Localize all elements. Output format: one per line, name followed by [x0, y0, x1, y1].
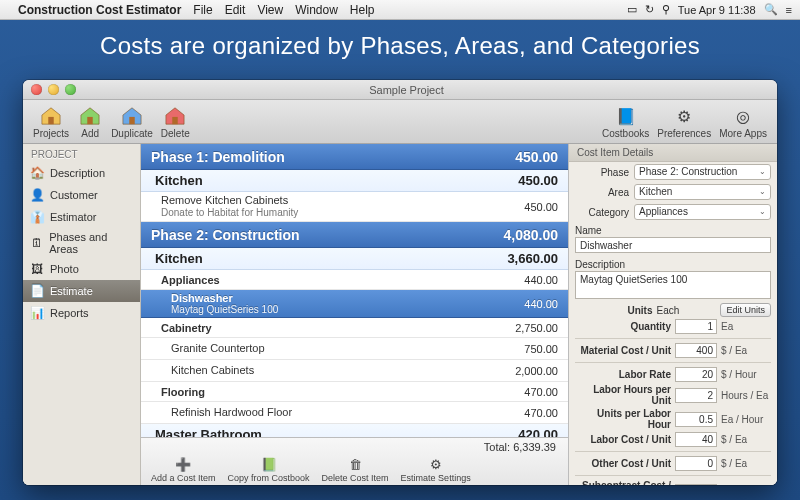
labor-cost-label: Labor Cost / Unit	[575, 434, 671, 445]
preferences-icon: ⚙	[671, 104, 697, 128]
toolbar-label: Delete	[161, 128, 190, 139]
sidebar-item-label: Photo	[50, 263, 79, 275]
list-footer: Total: 6,339.39 ➕Add a Cost Item📗Copy fr…	[141, 437, 568, 485]
sidebar-item-reports[interactable]: 📊Reports	[23, 302, 140, 324]
labor-cost-input[interactable]: 40	[675, 432, 717, 447]
menu-window[interactable]: Window	[295, 3, 338, 17]
toolbar-costbooks-button[interactable]: 📘Costbooks	[602, 104, 649, 139]
row-amount: 750.00	[478, 343, 558, 355]
name-input[interactable]: Dishwasher	[575, 237, 771, 253]
sidebar-item-label: Phases and Areas	[49, 231, 134, 255]
menu-file[interactable]: File	[193, 3, 212, 17]
copycost-button[interactable]: 📗Copy from Costbook	[224, 455, 314, 483]
sidebar-item-label: Estimator	[50, 211, 96, 223]
estimate-row[interactable]: Phase 1: Demolition450.00	[141, 144, 568, 170]
units-per-hour-input[interactable]: 0.5	[675, 412, 717, 427]
svg-rect-3	[173, 117, 178, 124]
row-label: DishwasherMaytag QuietSeries 100	[171, 292, 478, 315]
units-select[interactable]: Each	[656, 305, 716, 316]
details-header: Cost Item Details	[569, 144, 777, 162]
toolbar-projects-button[interactable]: Projects	[33, 104, 69, 139]
labor-cost-unit: $ / Ea	[721, 434, 771, 445]
toolbar-delete-button[interactable]: Delete	[161, 104, 190, 139]
costbooks-icon: 📘	[613, 104, 639, 128]
menu-edit[interactable]: Edit	[225, 3, 246, 17]
sub-cost-input[interactable]: 0	[675, 484, 717, 486]
row-label: Appliances	[161, 274, 478, 286]
house-icon	[119, 104, 145, 128]
units-per-hour-label: Units per Labor Hour	[575, 408, 671, 430]
addcost-button[interactable]: ➕Add a Cost Item	[147, 455, 220, 483]
row-amount: 3,660.00	[478, 251, 558, 266]
sidebar-item-label: Estimate	[50, 285, 93, 297]
toolbar-moreapps-button[interactable]: ◎More Apps	[719, 104, 767, 139]
window-title: Sample Project	[76, 84, 777, 96]
airplay-icon[interactable]: ▭	[627, 3, 637, 16]
estimate-row[interactable]: DishwasherMaytag QuietSeries 100440.00	[141, 290, 568, 318]
estimate-row[interactable]: Granite Countertop750.00	[141, 338, 568, 360]
toolbar-preferences-button[interactable]: ⚙Preferences	[657, 104, 711, 139]
phase-select[interactable]: Phase 2: Construction	[634, 164, 771, 180]
sidebar-item-estimate[interactable]: 📄Estimate	[23, 280, 140, 302]
sidebar-group-label: PROJECT	[23, 146, 140, 162]
description-input[interactable]: Maytag QuietSeries 100	[575, 271, 771, 299]
minimize-traffic-light[interactable]	[48, 84, 59, 95]
deletecost-button[interactable]: 🗑Delete Cost Item	[318, 455, 393, 483]
estsettings-button[interactable]: ⚙Estimate Settings	[397, 455, 475, 483]
sub-cost-label: Subcontract Cost / Unit	[575, 480, 671, 485]
quantity-input[interactable]: 1	[675, 319, 717, 334]
estimate-row[interactable]: Kitchen3,660.00	[141, 248, 568, 270]
row-label: Master Bathroom	[155, 427, 478, 437]
project-window: Sample Project ProjectsAddDuplicateDelet…	[23, 80, 777, 485]
row-label: Kitchen	[155, 251, 478, 266]
estimate-row[interactable]: Kitchen450.00	[141, 170, 568, 192]
row-amount: 440.00	[478, 274, 558, 286]
house-icon	[162, 104, 188, 128]
estimate-icon: 📄	[29, 283, 45, 299]
row-label: Kitchen	[155, 173, 478, 188]
footer-btn-label: Estimate Settings	[401, 473, 471, 483]
sidebar-item-estimator[interactable]: 👔Estimator	[23, 206, 140, 228]
sidebar-item-description[interactable]: 🏠Description	[23, 162, 140, 184]
app-name[interactable]: Construction Cost Estimator	[18, 3, 181, 17]
material-cost-label: Material Cost / Unit	[575, 345, 671, 356]
category-select[interactable]: Appliances	[634, 204, 771, 220]
estimate-row[interactable]: Master Bathroom420.00	[141, 424, 568, 437]
estimate-row[interactable]: Refinish Hardwood Floor470.00	[141, 402, 568, 424]
toolbar-add-button[interactable]: Add	[77, 104, 103, 139]
row-label: Flooring	[161, 386, 478, 398]
estimate-row[interactable]: Kitchen Cabinets2,000.00	[141, 360, 568, 382]
labor-rate-input[interactable]: 20	[675, 367, 717, 382]
notifications-icon[interactable]: ≡	[786, 4, 792, 16]
estimate-row[interactable]: Phase 2: Construction4,080.00	[141, 222, 568, 248]
estimate-row[interactable]: Flooring470.00	[141, 382, 568, 402]
area-select[interactable]: Kitchen	[634, 184, 771, 200]
sidebar-item-customer[interactable]: 👤Customer	[23, 184, 140, 206]
deletecost-icon: 🗑	[344, 455, 366, 473]
menu-view[interactable]: View	[257, 3, 283, 17]
estimator-icon: 👔	[29, 209, 45, 225]
other-cost-input[interactable]: 0	[675, 456, 717, 471]
toolbar-duplicate-button[interactable]: Duplicate	[111, 104, 153, 139]
sidebar-item-label: Customer	[50, 189, 98, 201]
row-label: Cabinetry	[161, 322, 478, 334]
other-cost-unit: $ / Ea	[721, 458, 771, 469]
estimate-row[interactable]: Appliances440.00	[141, 270, 568, 290]
row-amount: 450.00	[478, 149, 558, 165]
sidebar-item-phases[interactable]: 🗓Phases and Areas	[23, 228, 140, 258]
row-amount: 470.00	[478, 386, 558, 398]
status-tray: ▭ ↻ ⚲ Tue Apr 9 11:38 🔍 ≡	[627, 3, 792, 16]
spotlight-icon[interactable]: 🔍	[764, 3, 778, 16]
menu-help[interactable]: Help	[350, 3, 375, 17]
edit-units-button[interactable]: Edit Units	[720, 303, 771, 317]
estimate-row[interactable]: Remove Kitchen CabinetsDonate to Habitat…	[141, 192, 568, 222]
estimate-row[interactable]: Cabinetry2,750.00	[141, 318, 568, 338]
sidebar-item-photo[interactable]: 🖼Photo	[23, 258, 140, 280]
close-traffic-light[interactable]	[31, 84, 42, 95]
material-cost-input[interactable]: 400	[675, 343, 717, 358]
sync-icon[interactable]: ↻	[645, 3, 654, 16]
wifi-icon[interactable]: ⚲	[662, 3, 670, 16]
phase-label: Phase	[575, 167, 629, 178]
zoom-traffic-light[interactable]	[65, 84, 76, 95]
labor-hours-input[interactable]: 2	[675, 388, 717, 403]
